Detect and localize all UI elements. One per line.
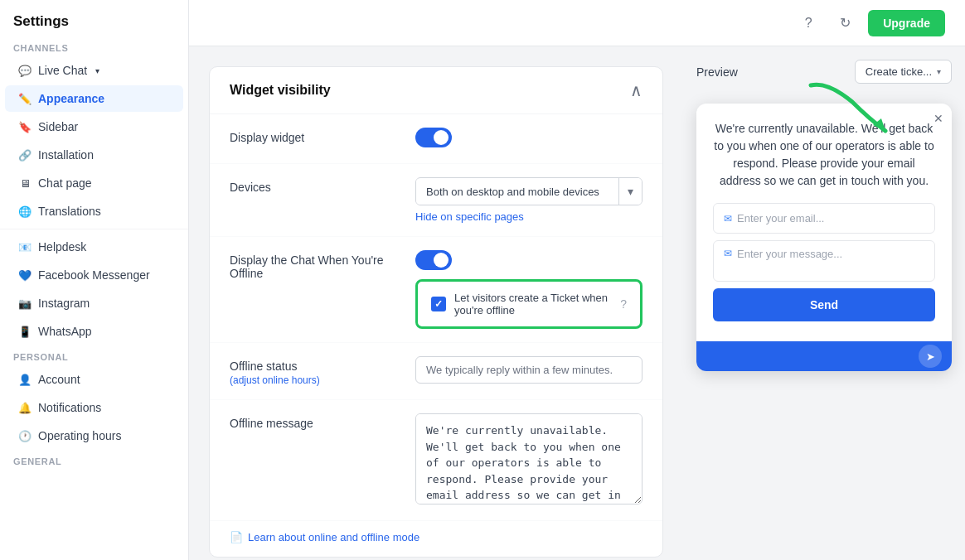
- offline-message-label: Offline message: [230, 413, 395, 430]
- preview-label: Preview: [696, 65, 738, 79]
- sidebar-item-whatsapp[interactable]: 📱 WhatsApp: [5, 318, 183, 345]
- preview-panel: Preview Create ticke... ▾ ✕ We're curren…: [683, 46, 965, 560]
- app-title: Settings: [0, 0, 188, 36]
- chat-footer: ➤: [696, 341, 952, 371]
- devices-dropdown-arrow[interactable]: ▾: [618, 178, 642, 205]
- sidebar-item-label: Instagram: [38, 297, 90, 310]
- offline-status-content: We typically reply within a few minutes.: [415, 356, 643, 384]
- bookmark-icon: 🔖: [18, 120, 32, 133]
- sidebar-item-translations[interactable]: 🌐 Translations: [5, 198, 183, 224]
- sidebar-item-chat-page[interactable]: 🖥 Chat page: [5, 170, 183, 196]
- devices-select-value: Both on desktop and mobile devices: [416, 179, 618, 205]
- create-ticket-checkbox-container: Let visitors create a Ticket when you're…: [415, 279, 643, 329]
- instagram-icon: 📷: [18, 297, 32, 310]
- chat-email-input[interactable]: ✉ Enter your email...: [713, 203, 935, 234]
- collapse-icon[interactable]: ∧: [630, 80, 643, 100]
- preview-header: Preview Create ticke... ▾: [696, 60, 952, 84]
- create-ticket-label: Let visitors create a Ticket when you're…: [454, 292, 612, 316]
- channels-section-label: CHANNELS: [0, 36, 188, 56]
- sidebar-item-instagram[interactable]: 📷 Instagram: [5, 290, 183, 316]
- sidebar-item-label: Translations: [38, 205, 101, 218]
- message-field-icon: ✉: [724, 248, 732, 259]
- create-ticket-label: Create ticke...: [866, 65, 932, 78]
- sidebar-item-label: Facebook Messenger: [38, 268, 150, 282]
- offline-message-row: Offline message: [210, 400, 662, 521]
- chat-close-icon[interactable]: ✕: [933, 112, 943, 125]
- sidebar-divider: [0, 229, 188, 229]
- user-icon: 👤: [18, 373, 32, 386]
- sidebar-item-label: Installation: [38, 148, 94, 162]
- offline-message-content: [415, 413, 643, 507]
- refresh-icon[interactable]: ↻: [832, 10, 858, 36]
- sidebar-item-notifications[interactable]: 🔔 Notifications: [5, 394, 183, 421]
- help-icon[interactable]: ?: [795, 10, 822, 36]
- sidebar-item-operating-hours[interactable]: 🕐 Operating hours: [5, 422, 183, 449]
- info-icon[interactable]: ?: [620, 297, 627, 311]
- display-chat-offline-row: Display the Chat When You're Offline Let…: [210, 237, 662, 343]
- sidebar: Settings CHANNELS 💬 Live Chat ▾ ✏️ Appea…: [0, 0, 189, 560]
- sidebar-item-label: Notifications: [38, 401, 101, 414]
- sidebar-item-account[interactable]: 👤 Account: [5, 366, 183, 393]
- dropdown-arrow-icon: ▾: [937, 67, 941, 76]
- link-icon: 🔗: [18, 148, 32, 162]
- sidebar-item-label: Operating hours: [38, 429, 121, 442]
- message-placeholder: Enter your message...: [737, 248, 842, 260]
- devices-content: Both on desktop and mobile devices ▾ Hid…: [415, 177, 643, 223]
- facebook-icon: 💙: [18, 268, 32, 282]
- create-ticket-button[interactable]: Create ticke... ▾: [855, 60, 952, 84]
- display-widget-row: Display widget: [210, 114, 662, 164]
- chat-widget-preview: ✕ We're currently unavailable. We'll get…: [696, 104, 952, 371]
- sidebar-item-appearance[interactable]: ✏️ Appearance: [5, 85, 183, 112]
- sidebar-item-live-chat[interactable]: 💬 Live Chat ▾: [5, 57, 183, 84]
- chat-footer-send-icon[interactable]: ➤: [919, 345, 942, 368]
- offline-status-row: Offline status (adjust online hours) We …: [210, 343, 662, 400]
- display-widget-toggle[interactable]: [415, 128, 452, 147]
- chevron-down-icon: ▾: [95, 66, 99, 75]
- main-content: ? ↻ Upgrade Widget visibility ∧ Display …: [189, 0, 965, 560]
- display-widget-label: Display widget: [230, 128, 395, 144]
- personal-section-label: PERSONAL: [0, 345, 188, 365]
- sidebar-item-label: Sidebar: [38, 120, 78, 133]
- widget-card-header: Widget visibility ∧: [210, 67, 662, 114]
- display-chat-offline-toggle[interactable]: [415, 250, 452, 270]
- learn-link-text: Learn about online and offline mode: [248, 531, 419, 543]
- sidebar-item-helpdesk[interactable]: 📧 Helpdesk: [5, 234, 183, 260]
- learn-link-icon: 📄: [230, 531, 243, 543]
- offline-status-input[interactable]: We typically reply within a few minutes.: [415, 356, 643, 384]
- devices-label: Devices: [230, 177, 395, 194]
- hide-specific-pages-link[interactable]: Hide on specific pages: [415, 210, 643, 223]
- sidebar-item-label: Account: [38, 373, 80, 386]
- offline-message-textarea[interactable]: [415, 413, 643, 504]
- topbar: ? ↻ Upgrade: [189, 0, 965, 46]
- sidebar-item-sidebar[interactable]: 🔖 Sidebar: [5, 113, 183, 140]
- content-area: Widget visibility ∧ Display widget D: [189, 46, 965, 560]
- general-section-label: GENERAL: [0, 450, 188, 470]
- email-field-icon: ✉: [724, 213, 732, 224]
- chat-icon: 💬: [18, 64, 32, 77]
- sidebar-item-installation[interactable]: 🔗 Installation: [5, 142, 183, 168]
- sidebar-item-label: Helpdesk: [38, 240, 86, 253]
- adjust-online-hours-link[interactable]: (adjust online hours): [230, 374, 320, 386]
- bell-icon: 🔔: [18, 401, 32, 414]
- learn-link[interactable]: 📄 Learn about online and offline mode: [210, 521, 662, 557]
- pencil-icon: ✏️: [18, 92, 32, 105]
- mail-icon: 📧: [18, 240, 32, 253]
- create-ticket-checkbox[interactable]: [431, 297, 446, 311]
- offline-status-label: Offline status (adjust online hours): [230, 356, 395, 386]
- chat-message-input[interactable]: ✉ Enter your message...: [713, 240, 935, 282]
- widget-card-title: Widget visibility: [230, 83, 331, 98]
- display-widget-toggle-container: [415, 128, 643, 150]
- widget-visibility-card: Widget visibility ∧ Display widget D: [209, 66, 663, 558]
- chat-widget-body: We're currently unavailable. We'll get b…: [696, 104, 952, 341]
- display-chat-offline-label: Display the Chat When You're Offline: [230, 250, 395, 280]
- display-chat-offline-content: Let visitors create a Ticket when you're…: [415, 250, 643, 329]
- devices-row: Devices Both on desktop and mobile devic…: [210, 164, 662, 237]
- phone-icon: 📱: [18, 325, 32, 338]
- sidebar-item-facebook[interactable]: 💙 Facebook Messenger: [5, 262, 183, 288]
- globe-icon: 🌐: [18, 205, 32, 218]
- sidebar-item-label: Chat page: [38, 176, 92, 190]
- devices-select[interactable]: Both on desktop and mobile devices ▾: [415, 177, 643, 205]
- chat-send-button[interactable]: Send: [713, 288, 935, 321]
- sidebar-item-label: WhatsApp: [38, 325, 92, 338]
- upgrade-button[interactable]: Upgrade: [868, 10, 945, 36]
